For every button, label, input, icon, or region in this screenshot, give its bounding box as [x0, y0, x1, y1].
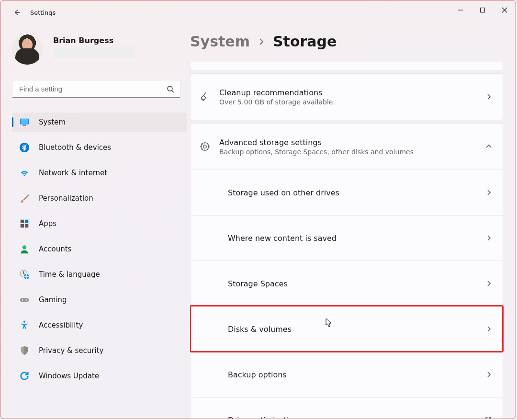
svg-point-18	[25, 299, 26, 300]
sidebar: Brian Burgess System	[0, 24, 190, 419]
shield-icon	[19, 345, 30, 356]
svg-rect-6	[21, 119, 29, 124]
backup-options-row[interactable]: Backup options	[191, 352, 503, 397]
broom-icon	[198, 90, 212, 103]
sidebar-item-system[interactable]: System	[12, 113, 187, 132]
sidebar-item-label: Personalization	[39, 194, 93, 203]
cleanup-title: Cleanup recommendations	[219, 88, 485, 97]
cleanup-subtitle: Over 5.00 GB of storage available.	[219, 98, 485, 106]
wifi-icon	[19, 167, 30, 179]
chevron-up-icon	[485, 143, 492, 150]
advanced-title: Advanced storage settings	[219, 138, 485, 147]
sidebar-item-update[interactable]: Windows Update	[12, 366, 187, 386]
breadcrumb-current: Storage	[273, 33, 337, 50]
sidebar-item-label: Windows Update	[39, 372, 99, 380]
main-area: Brian Burgess System	[0, 24, 516, 419]
svg-rect-10	[25, 220, 28, 223]
nav-list: System Bluetooth & devices Network & int…	[12, 113, 187, 386]
window-controls	[450, 0, 516, 20]
sidebar-item-label: Apps	[39, 219, 56, 228]
row-label: Where new content is saved	[228, 234, 485, 243]
svg-point-17	[22, 299, 23, 300]
sidebar-item-label: Privacy & security	[39, 346, 103, 355]
row-label: Drive optimization	[228, 416, 484, 419]
chevron-right-icon	[485, 326, 492, 332]
svg-rect-9	[21, 220, 24, 223]
svg-rect-12	[25, 224, 28, 227]
back-button[interactable]	[10, 6, 23, 19]
svg-point-13	[22, 245, 26, 249]
svg-point-21	[201, 143, 209, 150]
sidebar-item-bluetooth[interactable]: Bluetooth & devices	[12, 138, 187, 157]
advanced-subtitle: Backup options, Storage Spaces, other di…	[219, 148, 485, 156]
svg-rect-16	[20, 298, 29, 302]
profile-secondary	[53, 47, 135, 58]
profile[interactable]: Brian Burgess	[12, 24, 190, 77]
svg-point-20	[203, 145, 206, 148]
clock-globe-icon	[19, 269, 30, 280]
svg-rect-7	[22, 125, 26, 126]
chevron-right-icon	[485, 189, 492, 196]
disks-and-volumes-row[interactable]: Disks & volumes	[191, 306, 503, 352]
row-label: Storage used on other drives	[228, 188, 485, 197]
cleanup-recommendations-row[interactable]: Cleanup recommendations Over 5.00 GB of …	[191, 74, 503, 120]
advanced-storage-header[interactable]: Advanced storage settings Backup options…	[191, 124, 503, 170]
avatar	[12, 34, 43, 65]
update-icon	[19, 370, 30, 382]
sidebar-item-label: Time & language	[39, 270, 100, 279]
gear-icon	[198, 140, 212, 153]
bluetooth-icon	[19, 142, 30, 153]
sidebar-item-label: Network & internet	[39, 169, 107, 177]
search-icon	[167, 85, 174, 93]
app-title: Settings	[30, 9, 56, 16]
content-area: System Storage Cleanup	[190, 24, 516, 419]
svg-point-8	[20, 143, 29, 152]
chevron-right-icon	[485, 235, 492, 241]
sidebar-item-label: Accounts	[39, 245, 71, 253]
sidebar-item-privacy[interactable]: Privacy & security	[12, 341, 187, 360]
minimize-button[interactable]	[450, 0, 472, 20]
sidebar-item-label: Accessibility	[39, 321, 83, 329]
profile-name: Brian Burgess	[53, 36, 135, 45]
chevron-right-icon	[485, 280, 492, 287]
display-icon	[19, 116, 30, 128]
paintbrush-icon	[19, 193, 30, 204]
clipped-card-top	[190, 62, 503, 70]
svg-point-3	[168, 86, 172, 91]
external-link-icon	[484, 416, 492, 419]
sidebar-item-accessibility[interactable]: Accessibility	[12, 316, 187, 335]
storage-spaces-row[interactable]: Storage Spaces	[191, 261, 503, 306]
sidebar-item-label: Gaming	[39, 295, 67, 304]
sidebar-item-gaming[interactable]: Gaming	[12, 290, 187, 309]
search-box[interactable]	[12, 80, 180, 98]
storage-other-drives-row[interactable]: Storage used on other drives	[191, 170, 503, 215]
sidebar-item-personalization[interactable]: Personalization	[12, 189, 187, 208]
sidebar-item-time[interactable]: Time & language	[12, 265, 187, 284]
drive-optimization-row[interactable]: Drive optimization	[191, 397, 503, 419]
row-label: Disks & volumes	[228, 325, 485, 334]
where-new-content-row[interactable]: Where new content is saved	[191, 215, 503, 261]
sidebar-item-label: System	[39, 118, 66, 126]
search-input[interactable]	[18, 84, 167, 93]
sidebar-item-label: Bluetooth & devices	[39, 143, 111, 152]
breadcrumb: System Storage	[190, 33, 503, 50]
settings-window: Settings Brian Burgess	[0, 0, 516, 419]
gamepad-icon	[19, 294, 30, 306]
chevron-right-icon	[258, 37, 264, 46]
svg-line-4	[172, 91, 174, 92]
chevron-right-icon	[485, 371, 492, 378]
maximize-button[interactable]	[472, 0, 494, 20]
svg-rect-2	[481, 8, 485, 12]
breadcrumb-parent[interactable]: System	[190, 33, 250, 50]
close-button[interactable]	[494, 0, 516, 20]
row-label: Backup options	[228, 370, 485, 379]
sidebar-item-network[interactable]: Network & internet	[12, 163, 187, 182]
title-bar: Settings	[0, 0, 516, 24]
sidebar-item-apps[interactable]: Apps	[12, 214, 187, 233]
svg-rect-11	[21, 224, 24, 227]
sidebar-item-accounts[interactable]: Accounts	[12, 239, 187, 259]
row-label: Storage Spaces	[228, 279, 485, 288]
apps-icon	[19, 218, 30, 229]
accessibility-icon	[19, 319, 30, 331]
person-icon	[19, 243, 30, 255]
